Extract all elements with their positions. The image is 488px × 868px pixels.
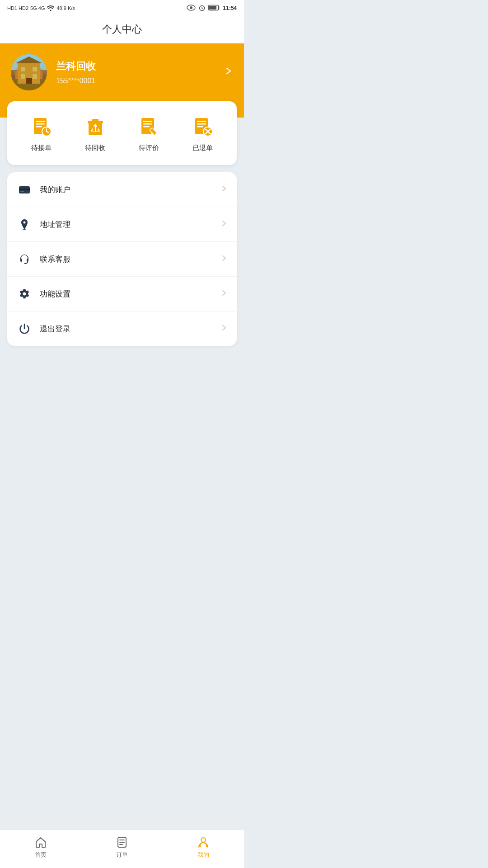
svg-point-0 [50, 10, 52, 11]
card-icon [16, 181, 33, 198]
pending-order-label: 待接单 [31, 144, 52, 152]
pending-recycle-label: 待回收 [85, 144, 105, 152]
svg-rect-15 [33, 74, 37, 79]
profile-info: 兰科回收 155****0001 [56, 60, 215, 85]
svg-rect-30 [143, 126, 150, 127]
cancelled-label: 已退单 [192, 144, 213, 152]
action-pending-review[interactable]: 待评价 [136, 114, 162, 152]
my-account-arrow [221, 185, 228, 194]
svg-rect-35 [197, 123, 206, 125]
profile-arrow-icon[interactable] [224, 66, 233, 78]
action-cancelled[interactable]: 已退单 [190, 114, 216, 152]
menu-item-logout[interactable]: 退出登录 [7, 311, 237, 346]
location-icon [16, 216, 33, 232]
pending-review-label: 待评价 [139, 144, 159, 152]
profile-name: 兰科回收 [56, 60, 215, 73]
svg-rect-28 [143, 121, 152, 122]
headset-icon [16, 251, 33, 267]
svg-rect-16 [26, 78, 32, 84]
battery-icon [208, 5, 220, 12]
page-title: 个人中心 [0, 16, 244, 43]
svg-line-5 [202, 8, 203, 9]
pending-review-icon [136, 114, 162, 139]
time: 11:54 [223, 5, 237, 11]
avatar [11, 54, 47, 90]
svg-rect-18 [36, 121, 45, 122]
menu-item-my-account[interactable]: 我的账户 [7, 172, 237, 207]
carrier-info: HD1 HD2 [7, 5, 28, 11]
svg-point-44 [23, 226, 25, 228]
profile-phone: 155****0001 [56, 77, 215, 85]
svg-rect-12 [21, 67, 25, 71]
cancelled-icon [190, 114, 216, 139]
svg-rect-31 [149, 127, 156, 135]
svg-rect-45 [20, 259, 22, 262]
svg-point-47 [23, 292, 26, 296]
svg-rect-20 [36, 126, 42, 127]
status-left: HD1 HD2 5G 4G 48.9 K/s [7, 5, 75, 12]
svg-rect-42 [20, 191, 24, 192]
power-icon [16, 321, 33, 337]
eye-icon [187, 5, 196, 12]
menu-item-settings[interactable]: 功能设置 [7, 277, 237, 311]
logout-label: 退出登录 [40, 324, 221, 334]
pending-recycle-icon [83, 114, 108, 139]
service-arrow [221, 255, 228, 264]
svg-point-43 [23, 222, 26, 224]
settings-arrow [221, 289, 228, 299]
action-pending-recycle[interactable]: 待回收 [83, 114, 108, 152]
pending-order-icon [29, 114, 54, 139]
service-label: 联系客服 [40, 254, 221, 264]
signal-info: 5G 4G [30, 5, 45, 11]
status-bar: HD1 HD2 5G 4G 48.9 K/s 11:54 [0, 0, 244, 16]
wifi-icon [47, 5, 55, 12]
svg-rect-36 [197, 126, 203, 127]
settings-label: 功能设置 [40, 289, 221, 299]
menu-item-address[interactable]: 地址管理 [7, 207, 237, 242]
svg-rect-41 [19, 189, 30, 190]
svg-rect-34 [197, 121, 206, 122]
menu-item-service[interactable]: 联系客服 [7, 242, 237, 277]
status-right: 11:54 [187, 4, 237, 13]
alarm-icon [198, 4, 206, 13]
svg-point-2 [190, 6, 192, 9]
address-label: 地址管理 [40, 219, 221, 230]
action-pending-order[interactable]: 待接单 [29, 114, 54, 152]
quick-actions-card: 待接单 待回收 [7, 101, 237, 165]
address-arrow [221, 220, 228, 229]
svg-rect-29 [143, 123, 152, 125]
speed-info: 48.9 K/s [56, 5, 75, 11]
svg-rect-46 [27, 259, 28, 262]
empty-area [0, 346, 244, 454]
svg-rect-13 [33, 67, 37, 71]
my-account-label: 我的账户 [40, 184, 221, 195]
svg-rect-7 [209, 6, 216, 9]
logout-arrow [221, 324, 228, 334]
menu-section: 我的账户 地址管理 [7, 172, 237, 346]
svg-rect-19 [36, 123, 45, 125]
gear-icon [16, 286, 33, 302]
svg-rect-26 [92, 119, 99, 122]
svg-rect-14 [21, 74, 25, 79]
